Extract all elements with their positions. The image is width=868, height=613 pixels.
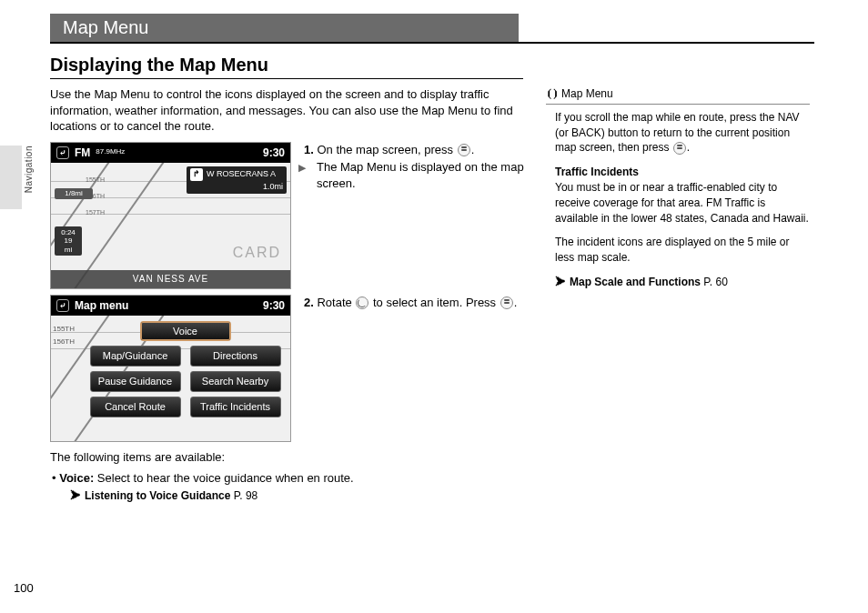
step-2-text: 2. Rotate to select an item. Press . <box>291 295 528 311</box>
step-1-row: ⤶ FM 87.9MHz 9:30 155TH 156TH 157TH <box>50 142 528 289</box>
main-column: Use the Map Menu to control the icons di… <box>50 86 528 503</box>
menu-traffic-incidents-button[interactable]: Traffic Incidents <box>190 397 281 417</box>
shot1-clock: 9:30 <box>263 146 285 160</box>
rotate-icon <box>356 296 368 309</box>
street-label: 157TH <box>86 208 105 216</box>
press-icon <box>673 142 686 155</box>
back-icon: ⤶ <box>56 146 69 159</box>
page-number: 100 <box>14 581 34 595</box>
press-icon <box>458 144 470 156</box>
menu-cancel-route-button[interactable]: Cancel Route <box>90 397 181 417</box>
card-watermark: CARD <box>233 243 281 263</box>
chapter-title: Map Menu <box>50 14 519 43</box>
xref-arrow-icon: ⮞ <box>70 489 81 502</box>
back-icon: ⤶ <box>56 299 69 312</box>
sidebar-xref: ⮞Map Scale and Functions P. 60 <box>546 275 810 290</box>
shot2-title: Map menu <box>75 298 128 313</box>
intro-text: Use the Map Menu to control the icons di… <box>50 86 528 135</box>
xref-arrow-icon: ⮞ <box>555 276 566 288</box>
press-icon <box>500 296 513 309</box>
menu-voice-button[interactable]: Voice <box>140 321 231 342</box>
step-1-text: 1. On the map screen, press . ▶The Map M… <box>291 142 528 192</box>
sidebar-title: ⦗⦘Map Menu <box>546 86 810 105</box>
sidebar-traffic: Traffic Incidents You must be in or near… <box>546 165 810 226</box>
following-items-head: The following items are available: <box>50 449 528 466</box>
menu-pause-guidance-button[interactable]: Pause Guidance <box>90 371 181 392</box>
map-menu-buttons: Voice Map/Guidance Directions Pause Guid… <box>87 321 283 417</box>
side-section-label: Navigation <box>24 146 40 193</box>
menu-search-nearby-button[interactable]: Search Nearby <box>190 371 281 392</box>
shot2-clock: 9:30 <box>263 298 285 313</box>
bullet-voice: • Voice: Select to hear the voice guidan… <box>50 470 528 487</box>
sidebar-mark-icon: ⦗⦘ <box>546 86 559 102</box>
turn-arrow-icon: ↱ <box>190 168 203 181</box>
screenshot-1: ⤶ FM 87.9MHz 9:30 155TH 156TH 157TH <box>50 142 291 289</box>
shot1-street-footer: VAN NESS AVE <box>51 270 290 288</box>
xref-voice-guidance: ⮞Listening to Voice Guidance P. 98 <box>50 488 528 503</box>
section-heading: Displaying the Map Menu <box>50 55 523 79</box>
menu-map-guidance-button[interactable]: Map/Guidance <box>90 346 181 367</box>
turn-panel: ↱W ROSECRANS A 1.0mi <box>187 166 287 194</box>
trip-info-box: 0:24 19 mi <box>55 226 82 256</box>
sidebar-p1: If you scroll the map while en route, pr… <box>546 110 810 156</box>
triangle-icon: ▶ <box>308 161 317 175</box>
shot1-fm: FM <box>75 146 90 160</box>
sidebar-column: ⦗⦘Map Menu If you scroll the map while e… <box>546 86 810 299</box>
street-label: 155TH <box>86 176 105 184</box>
sidebar-p3: The incident icons are displayed on the … <box>546 235 810 266</box>
step-2-row: ⤶ Map menu 9:30 155TH 156TH Voice <box>50 295 528 442</box>
scale-box: 1/8mi <box>55 188 93 200</box>
side-tab <box>0 146 22 209</box>
menu-directions-button[interactable]: Directions <box>190 346 281 367</box>
shot1-freq: 87.9MHz <box>96 147 125 157</box>
chapter-rule <box>50 42 814 44</box>
screenshot-2: ⤶ Map menu 9:30 155TH 156TH Voice <box>50 295 291 442</box>
